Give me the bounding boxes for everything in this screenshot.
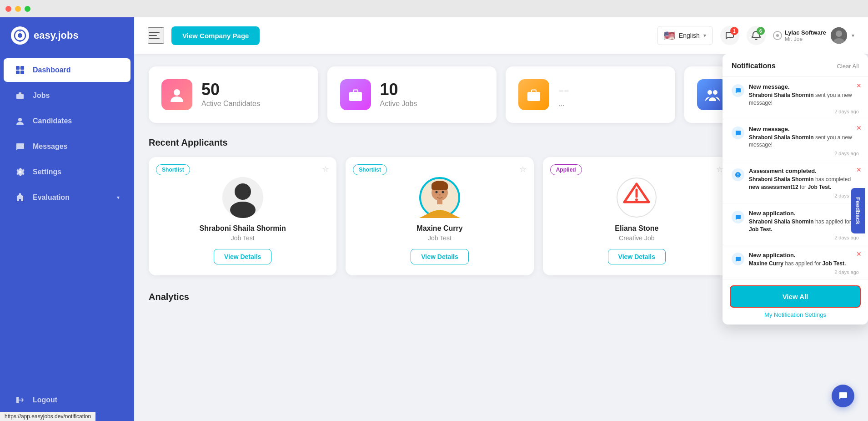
notif-1-sender: Shraboni Shaila Shormin [749, 92, 814, 98]
sidebar-item-evaluation[interactable]: Evaluation ▾ [4, 186, 130, 209]
sidebar-item-messages[interactable]: Messages [4, 135, 130, 158]
notif-1-title: New message. [749, 83, 859, 90]
view-company-button[interactable]: View Company Page [171, 26, 260, 45]
notifications-button[interactable]: 6 [747, 26, 766, 45]
user-role: Mr. Joe [785, 36, 826, 42]
third-stat-number: -- [558, 81, 569, 98]
notif-1-body: Shraboni Shaila Shormin sent you a new m… [749, 91, 859, 107]
minimize-button[interactable] [15, 6, 21, 12]
eliana-job: Creative Job [554, 234, 720, 242]
notif-5-suffix: has applied for [785, 260, 822, 267]
notif-3-body: Shraboni Shaila Shormin has completed ne… [749, 176, 859, 191]
maxine-job: Job Test [356, 234, 522, 242]
maxine-view-details-button[interactable]: View Details [411, 249, 468, 264]
language-text: English [679, 32, 700, 39]
svg-rect-7 [20, 71, 24, 74]
sidebar-nav: Dashboard Jobs Candidate [0, 58, 134, 388]
view-all-button[interactable]: View All [730, 285, 861, 308]
app-container: easy.jobs Dashboard [0, 17, 868, 421]
svg-point-18 [354, 95, 357, 98]
notif-5-row: New application. Maxine Curry has applie… [732, 252, 859, 275]
notif-2-icon [732, 127, 744, 139]
sidebar: easy.jobs Dashboard [0, 17, 134, 421]
notif-3-title: Assessment completed. [749, 167, 859, 174]
notif-3-middle: has completed [815, 176, 851, 183]
stat-card-third: -- ... [506, 66, 675, 123]
language-selector[interactable]: 🇺🇸 English ▾ [657, 26, 713, 45]
svg-rect-5 [20, 66, 24, 70]
maximize-button[interactable] [25, 6, 30, 12]
svg-rect-8 [16, 94, 24, 99]
content-area: 50 Active Candidates 10 Active [134, 54, 868, 421]
maxine-avatar [419, 177, 460, 218]
analytics-title: Analytics [149, 292, 189, 302]
svg-point-12 [776, 34, 779, 37]
shraboni-badge: Shortlist [156, 164, 190, 175]
sidebar-item-candidates[interactable]: Candidates [4, 109, 130, 133]
feedback-tab[interactable]: Feedback [851, 188, 865, 233]
sidebar-item-dashboard[interactable]: Dashboard [4, 58, 130, 82]
notification-item-1: ✕ New message. Shraboni Shaila Shormin s… [722, 77, 868, 119]
candidates-stat-icon [161, 79, 192, 110]
shraboni-view-details-button[interactable]: View Details [214, 249, 271, 264]
eliana-name: Eliana Stone [554, 224, 720, 233]
sidebar-item-settings[interactable]: Settings [4, 160, 130, 184]
applicant-card-maxine: Shortlist ☆ [346, 157, 533, 275]
maxine-name: Maxine Curry [356, 224, 522, 233]
notif-5-body: Maxine Curry has applied for Job Test. [749, 260, 859, 268]
notif-1-close-button[interactable]: ✕ [856, 82, 862, 89]
menu-line-3 [149, 38, 160, 39]
notifications-badge: 6 [757, 27, 765, 35]
notification-item-3: ✕ Assessment completed. [722, 161, 868, 203]
eliana-view-details-button[interactable]: View Details [608, 249, 666, 264]
shraboni-star-button[interactable]: ☆ [322, 164, 329, 174]
main-content: View Company Page 🇺🇸 English ▾ 1 6 [134, 17, 868, 421]
notif-5-close-button[interactable]: ✕ [856, 251, 862, 257]
svg-point-10 [19, 193, 21, 195]
user-company-icon [773, 31, 782, 40]
third-stat-label: ... [558, 100, 569, 108]
sidebar-item-jobs[interactable]: Jobs [4, 84, 130, 107]
notif-1-time: 2 days ago [749, 109, 859, 114]
evaluation-icon [15, 192, 25, 203]
jobs-stat-icon [340, 79, 371, 110]
shraboni-avatar [222, 177, 263, 218]
svg-point-16 [174, 89, 180, 96]
notif-2-title: New message. [749, 126, 859, 132]
notif-2-close-button[interactable]: ✕ [856, 125, 862, 131]
logout-icon [15, 395, 25, 406]
sidebar-item-logout[interactable]: Logout [4, 388, 130, 412]
shraboni-name: Shraboni Shaila Shormin [160, 224, 326, 233]
notifications-panel: Notifications Clear All ✕ New message. [722, 54, 868, 325]
chat-bubble-button[interactable] [832, 385, 854, 407]
notif-3-bold2: new assessment12 [749, 184, 798, 190]
notif-1-row: New message. Shraboni Shaila Shormin sen… [732, 83, 859, 114]
user-info[interactable]: Lylac Software Mr. Joe ▾ [773, 27, 854, 44]
menu-line-2 [149, 35, 157, 36]
applicant-card-shraboni: Shortlist ☆ Shraboni Shaila Shormin Job … [149, 157, 336, 275]
sidebar-item-label-evaluation: Evaluation [33, 193, 70, 202]
notification-settings-link[interactable]: My Notification Settings [730, 311, 861, 321]
evaluation-arrow-icon: ▾ [117, 194, 120, 201]
eliana-badge: Applied [550, 164, 582, 175]
jobs-stat-number: 10 [380, 81, 417, 98]
menu-toggle-button[interactable] [148, 27, 164, 44]
svg-rect-4 [16, 66, 20, 70]
candidates-stat-number: 50 [201, 81, 260, 98]
svg-point-42 [738, 176, 738, 177]
messages-badge: 1 [730, 27, 738, 35]
maxine-star-button[interactable]: ☆ [519, 164, 527, 174]
clear-all-button[interactable]: Clear All [837, 63, 859, 70]
svg-point-20 [707, 90, 712, 95]
notif-3-time: 2 days ago [749, 193, 859, 198]
notif-3-close-button[interactable]: ✕ [856, 167, 862, 173]
notif-4-icon [732, 211, 744, 223]
notif-3-row: Assessment completed. Shraboni Shaila Sh… [732, 167, 859, 198]
svg-point-9 [18, 118, 22, 122]
notif-3-sender: Shraboni Shaila Shormin [749, 176, 814, 183]
sidebar-logo: easy.jobs [0, 26, 134, 58]
notif-4-job: Job Test. [749, 226, 773, 233]
close-button[interactable] [5, 6, 11, 12]
candidates-stat-text: 50 Active Candidates [201, 81, 260, 108]
messages-button[interactable]: 1 [720, 26, 739, 45]
